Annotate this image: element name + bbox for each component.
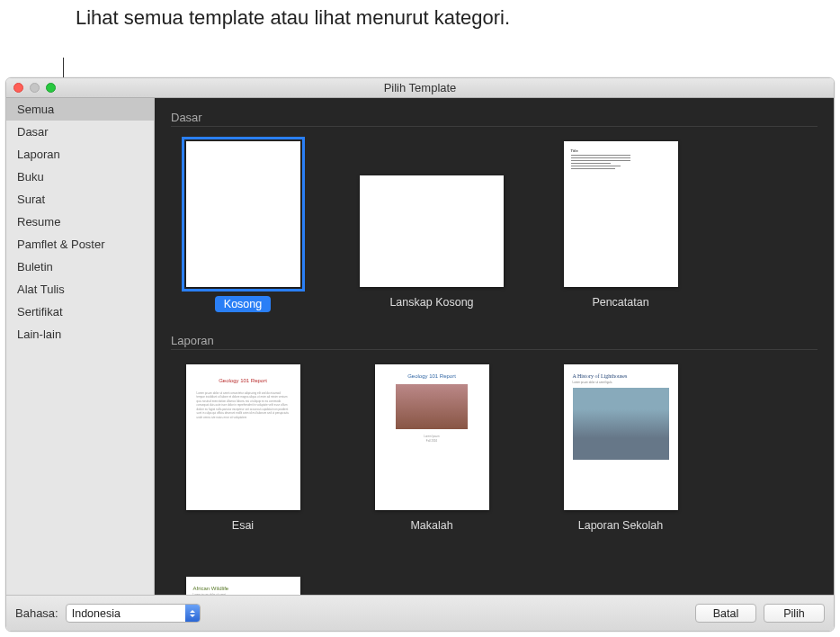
template-label: Esai bbox=[232, 519, 254, 532]
template-thumb bbox=[186, 141, 300, 287]
titlebar: Pilih Template bbox=[6, 78, 834, 98]
sidebar-item-basic[interactable]: Dasar bbox=[6, 121, 154, 143]
zoom-icon[interactable] bbox=[46, 83, 56, 93]
template-school-report[interactable]: A History of Lighthouses Lorem ipsum dol… bbox=[549, 364, 693, 532]
template-label: Laporan Sekolah bbox=[578, 519, 664, 532]
template-blank-landscape[interactable]: Lanskap Kosong bbox=[360, 141, 504, 312]
language-label: Bahasa: bbox=[15, 606, 58, 620]
window-controls bbox=[13, 83, 56, 93]
template-thumb bbox=[360, 175, 504, 287]
section-header-basic: Dasar bbox=[171, 107, 818, 127]
sidebar-item-letters[interactable]: Surat bbox=[6, 188, 154, 211]
sidebar-item-reports[interactable]: Laporan bbox=[6, 143, 154, 166]
template-note-taking[interactable]: Title Pencatatan bbox=[549, 141, 693, 312]
template-chooser-window: Pilih Template Semua Dasar Laporan Buku … bbox=[5, 77, 835, 632]
sidebar-item-resumes[interactable]: Resume bbox=[6, 211, 154, 233]
template-thumb: Geology 101 Report Lorem ipsum dolor sit… bbox=[186, 364, 300, 510]
sidebar-item-flyers[interactable]: Pamflet & Poster bbox=[6, 233, 154, 256]
section-header-reports: Laporan bbox=[171, 330, 818, 350]
sidebar-item-newsletters[interactable]: Buletin bbox=[6, 256, 154, 278]
template-label: Makalah bbox=[410, 519, 452, 532]
bottom-toolbar: Bahasa: Indonesia Batal Pilih bbox=[6, 595, 834, 631]
template-essay[interactable]: Geology 101 Report Lorem ipsum dolor sit… bbox=[171, 364, 315, 532]
template-blank[interactable]: Kosong bbox=[171, 141, 315, 312]
template-research-paper[interactable]: Geology 101 Report Lorem IpsumFall 2016 … bbox=[360, 364, 504, 532]
sidebar-item-misc[interactable]: Lain-lain bbox=[6, 323, 154, 345]
help-annotation: Lihat semua template atau lihat menurut … bbox=[76, 5, 510, 31]
sidebar-item-stationery[interactable]: Alat Tulis bbox=[6, 278, 154, 301]
template-visual-report[interactable]: African Wildlife Lorem ipsum dolor sit a… bbox=[171, 577, 315, 595]
template-label: Pencatatan bbox=[592, 296, 648, 309]
language-select[interactable]: Indonesia bbox=[66, 604, 201, 623]
category-sidebar: Semua Dasar Laporan Buku Surat Resume Pa… bbox=[6, 98, 155, 595]
template-label: Lanskap Kosong bbox=[389, 296, 473, 309]
language-value: Indonesia bbox=[67, 607, 185, 620]
template-thumb: Geology 101 Report Lorem IpsumFall 2016 bbox=[375, 364, 489, 510]
window-title: Pilih Template bbox=[384, 81, 457, 94]
sidebar-item-books[interactable]: Buku bbox=[6, 166, 154, 188]
updown-icon bbox=[185, 605, 200, 622]
close-icon[interactable] bbox=[13, 83, 23, 93]
template-thumb: Title bbox=[564, 141, 678, 287]
template-label: Kosong bbox=[215, 296, 271, 312]
template-thumb: African Wildlife Lorem ipsum dolor sit a… bbox=[186, 577, 300, 595]
template-grid: Dasar Kosong Lanskap Kosong Title bbox=[155, 98, 834, 595]
cancel-button[interactable]: Batal bbox=[695, 604, 756, 623]
minimize-icon bbox=[30, 83, 40, 93]
sidebar-item-all[interactable]: Semua bbox=[6, 98, 154, 121]
sidebar-item-certificates[interactable]: Sertifikat bbox=[6, 301, 154, 323]
template-thumb: A History of Lighthouses Lorem ipsum dol… bbox=[564, 364, 678, 510]
choose-button[interactable]: Pilih bbox=[764, 604, 825, 623]
